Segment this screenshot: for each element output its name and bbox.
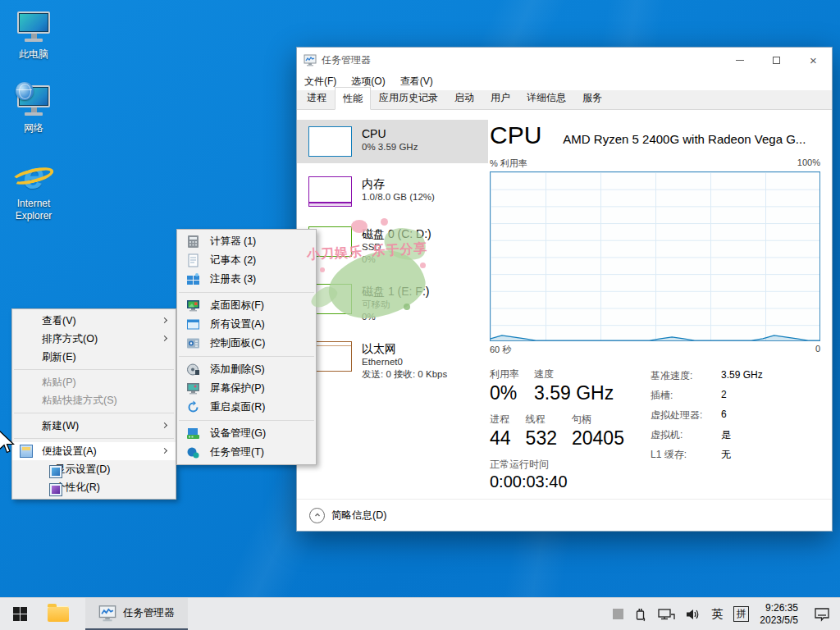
taskbar-clock[interactable]: 9:26:35 2023/5/5 <box>760 602 798 627</box>
menu-item-new[interactable]: 新建(W) <box>12 417 176 435</box>
submenu-arrow-icon <box>162 448 167 454</box>
folder-icon <box>48 606 69 622</box>
maximize-icon <box>773 57 780 64</box>
speaker-icon[interactable] <box>686 608 701 621</box>
menu-item-paste-shortcut: 粘贴快捷方式(S) <box>12 391 176 409</box>
hidden-icons-button[interactable] <box>613 609 623 619</box>
menu-file[interactable]: 文件(F) <box>304 75 336 89</box>
clock-time: 9:26:35 <box>760 602 798 614</box>
task-manager-window: 任务管理器 × 文件(F) 选项(O) 查看(V) 进程 性能 应用历史记录 启… <box>296 47 833 532</box>
stat-uptime: 正常运行时间 0:00:03:40 <box>490 458 651 491</box>
menu-view[interactable]: 查看(V) <box>400 75 433 89</box>
cpu-model-name: AMD Ryzen 5 2400G with Radeon Vega G... <box>563 132 806 146</box>
menu-item-sort-by[interactable]: 排序方式(O) <box>12 330 176 348</box>
tab-users[interactable]: 用户 <box>482 87 518 109</box>
add-remove-icon <box>186 363 200 377</box>
close-button[interactable]: × <box>795 48 832 72</box>
start-button[interactable] <box>0 598 39 630</box>
sidebar-item-disk1[interactable]: 磁盘 1 (E: F:) 可移动 0% <box>297 277 488 330</box>
cpu-stats: 利用率 0% 速度 3.59 GHz 进程 44 <box>490 368 651 491</box>
submenu-arrow-icon <box>162 317 167 323</box>
chart-y-max: 100% <box>797 158 820 170</box>
tab-services[interactable]: 服务 <box>574 87 610 109</box>
desktop-icon-label: 此电脑 <box>19 48 48 61</box>
title-bar[interactable]: 任务管理器 × <box>297 48 832 72</box>
quick-settings-icon <box>20 445 33 458</box>
submenu-item-desktop-icons[interactable]: 桌面图标(F) <box>177 296 316 315</box>
this-pc-icon <box>14 7 53 46</box>
file-explorer-button[interactable] <box>39 598 77 630</box>
minimize-button[interactable] <box>721 48 758 72</box>
cpu-usage-chart[interactable] <box>490 171 820 341</box>
submenu-item-add-remove[interactable]: 添加删除(S) <box>177 360 316 379</box>
cpu-panel: CPU AMD Ryzen 5 2400G with Radeon Vega G… <box>488 110 832 500</box>
sidebar-item-memory[interactable]: 内存 1.0/8.0 GB (12%) <box>297 170 488 213</box>
close-icon: × <box>810 54 817 66</box>
network-icon <box>14 80 53 120</box>
desktop-icon-list: 此电脑 网络 e Internet Explorer <box>5 7 62 242</box>
submenu-item-registry[interactable]: 注册表 (3) <box>177 270 316 289</box>
control-panel-icon <box>186 336 200 350</box>
menu-item-refresh[interactable]: 刷新(E) <box>12 348 176 366</box>
all-settings-icon <box>186 317 200 331</box>
action-center-icon[interactable] <box>814 607 830 622</box>
fewer-details-button[interactable]: 简略信息(D) <box>297 499 832 531</box>
cpu-panel-title: CPU <box>490 121 541 149</box>
submenu-item-control-panel[interactable]: 控制面板(C) <box>177 334 316 353</box>
desktop-icon-network[interactable]: 网络 <box>5 80 62 135</box>
internet-explorer-icon: e <box>14 156 53 195</box>
desktop: 此电脑 网络 e Internet Explorer <box>0 0 840 630</box>
language-indicator[interactable]: 英 <box>711 607 723 622</box>
registry-icon <box>186 272 200 286</box>
stat-processes: 进程 44 <box>490 413 511 450</box>
tab-app-history[interactable]: 应用历史记录 <box>371 87 446 109</box>
tab-details[interactable]: 详细信息 <box>518 87 574 109</box>
calculator-icon <box>186 235 200 249</box>
ime-indicator[interactable]: 拼 <box>733 606 749 622</box>
submenu-item-all-settings[interactable]: 所有设置(A) <box>177 315 316 334</box>
device-manager-icon <box>186 427 200 441</box>
submenu-item-restart-desktop[interactable]: 重启桌面(R) <box>177 398 316 417</box>
sidebar-item-ethernet[interactable]: 以太网 Ethernet0 发送: 0 接收: 0 Kbps <box>297 335 488 387</box>
usb-icon[interactable] <box>634 607 646 622</box>
network-tray-icon[interactable] <box>657 608 675 621</box>
submenu-item-device-manager[interactable]: 设备管理(G) <box>177 424 316 443</box>
tab-startup[interactable]: 启动 <box>446 87 482 109</box>
windows-logo-icon <box>13 607 27 621</box>
stat-utilization: 利用率 0% <box>490 368 519 404</box>
submenu-item-task-manager[interactable]: 任务管理(T) <box>177 443 316 462</box>
sidebar-item-disk0[interactable]: 磁盘 0 (C: D:) SSD 0% <box>297 220 488 272</box>
submenu-arrow-icon <box>162 422 167 428</box>
mouse-cursor <box>0 430 16 454</box>
submenu-item-calculator[interactable]: 计算器 (1) <box>177 232 316 251</box>
desktop-icon-this-pc[interactable]: 此电脑 <box>5 7 62 61</box>
taskbar-app-task-manager[interactable]: 任务管理器 <box>85 598 188 630</box>
submenu-item-notepad[interactable]: 记事本 (2) <box>177 251 316 270</box>
menu-separator <box>179 356 314 357</box>
system-tray: 英 拼 9:26:35 2023/5/5 <box>613 602 840 627</box>
chevron-up-icon <box>309 508 325 523</box>
chart-y-label: % 利用率 <box>490 158 527 170</box>
sidebar-item-cpu[interactable]: CPU 0% 3.59 GHz <box>297 120 488 163</box>
menu-item-view[interactable]: 查看(V) <box>12 312 176 330</box>
notepad-icon <box>186 253 200 267</box>
task-manager-taskbar-icon <box>98 604 116 622</box>
quick-settings-submenu: 计算器 (1) 记事本 (2) 注册表 (3) <box>176 229 317 465</box>
task-manager-app-icon <box>304 53 317 66</box>
personalize-icon <box>49 483 62 496</box>
menu-separator <box>14 438 174 439</box>
memory-thumbnail <box>308 176 352 207</box>
tab-performance[interactable]: 性能 <box>335 87 371 110</box>
menu-options[interactable]: 选项(O) <box>351 75 385 89</box>
maximize-button[interactable] <box>758 48 795 72</box>
menu-item-personalize[interactable]: 个性化(R) <box>12 478 176 496</box>
resource-sidebar: CPU 0% 3.59 GHz 内存 1.0/8.0 GB (12%) <box>297 110 488 500</box>
cpu-thumbnail <box>308 126 352 157</box>
chart-x-right: 0 <box>815 344 820 356</box>
chart-x-left: 60 秒 <box>490 344 511 356</box>
menu-item-quick-settings[interactable]: 便捷设置(A) <box>12 442 176 460</box>
tab-processes[interactable]: 进程 <box>299 87 335 109</box>
desktop-icon-internet-explorer[interactable]: e Internet Explorer <box>5 156 62 222</box>
submenu-item-screensaver[interactable]: 屏幕保护(P) <box>177 379 316 398</box>
menu-item-display-settings[interactable]: 显示设置(D) <box>12 460 176 478</box>
